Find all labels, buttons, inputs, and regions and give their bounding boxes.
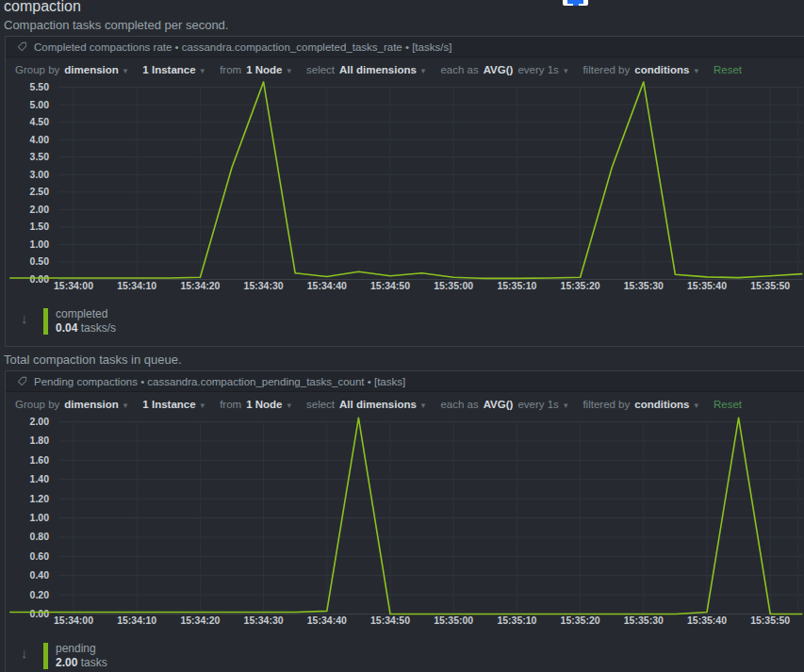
select-label: select [306,64,335,75]
svg-text:0.50: 0.50 [30,255,50,267]
svg-text:15:35:50: 15:35:50 [750,615,790,626]
svg-text:5.00: 5.00 [30,99,50,110]
chart-1-subtitle: Compaction tasks completed per second. [4,18,228,32]
chart-2-legend: ↓ pending 2.00 tasks [6,638,804,672]
group-by-label: Group by [15,399,59,410]
aggregation-dropdown[interactable]: each as AVG() every 1s ▾ [440,64,567,75]
svg-text:15:34:00: 15:34:00 [54,615,93,626]
svg-text:1.20: 1.20 [30,493,50,504]
filter-dropdown[interactable]: filtered by conditions ▾ [582,64,698,75]
svg-text:2.00: 2.00 [30,416,50,427]
svg-text:15:34:50: 15:34:50 [370,615,410,626]
reset-button[interactable]: Reset [714,64,742,75]
chevron-down-icon: ▾ [421,400,426,410]
svg-text:15:35:00: 15:35:00 [434,615,473,626]
svg-text:0.40: 0.40 [30,569,50,581]
svg-text:5.50: 5.50 [30,81,50,92]
svg-text:15:34:40: 15:34:40 [307,280,347,291]
dimensions-value: All dimensions [339,399,417,410]
chevron-down-icon: ▾ [201,400,205,410]
page-title: compaction [4,0,81,15]
conditions-value: conditions [634,64,689,75]
node-value: 1 Node [246,64,282,75]
svg-text:15:35:10: 15:35:10 [497,280,536,291]
filter-dropdown[interactable]: filtered by conditions ▾ [582,399,698,410]
chevron-down-icon: ▾ [287,65,291,75]
conditions-value: conditions [634,399,689,410]
tag-icon [17,376,27,386]
dimensions-dropdown[interactable]: select All dimensions ▾ [306,64,425,75]
chart-2-titlebar: Pending compactions • cassandra.compacti… [6,371,804,392]
cutoff-dialog-fragment [563,0,588,6]
svg-text:15:34:40: 15:34:40 [307,615,347,626]
tag-icon [17,41,27,52]
instance-dropdown[interactable]: 1 Instance ▾ [142,64,205,75]
svg-text:15:35:00: 15:35:00 [434,280,473,291]
chevron-down-icon: ▾ [564,65,568,75]
svg-text:15:34:20: 15:34:20 [180,615,220,626]
dimensions-dropdown[interactable]: select All dimensions ▾ [306,399,425,410]
legend-color-swatch [43,643,48,669]
svg-text:15:34:20: 15:34:20 [180,280,220,291]
node-dropdown[interactable]: from 1 Node ▾ [220,399,291,410]
svg-text:2.00: 2.00 [30,204,50,215]
legend-dimension-name: completed [56,307,116,321]
legend-dimension-unit: tasks/s [81,321,116,335]
svg-text:1.00: 1.00 [30,512,50,523]
pending-tasks-chart[interactable]: 0.000.200.400.600.801.001.201.401.601.80… [6,416,803,631]
legend-dimension-value: 2.00 [56,656,77,669]
svg-text:15:35:30: 15:35:30 [624,280,664,291]
svg-text:15:35:50: 15:35:50 [750,280,790,291]
every-label: every 1s [517,399,558,410]
legend-dimension[interactable]: pending 2.00 tasks [56,642,107,670]
svg-text:15:35:40: 15:35:40 [687,280,727,291]
from-label: from [220,64,241,75]
legend-dimension[interactable]: completed 0.04 tasks/s [56,307,116,336]
select-label: select [306,399,335,410]
chevron-down-icon: ▾ [201,65,205,75]
sort-arrow-icon[interactable]: ↓ [21,645,28,661]
svg-text:0.00: 0.00 [30,273,50,285]
reset-button[interactable]: Reset [714,399,742,410]
svg-text:15:34:30: 15:34:30 [244,615,284,626]
aggregation-value: AVG() [484,64,514,75]
filtered-by-label: filtered by [582,64,630,75]
chart-2-subtitle: Total compaction tasks in queue. [4,352,182,367]
svg-text:1.00: 1.00 [30,238,50,250]
svg-text:15:34:50: 15:34:50 [370,280,410,291]
svg-text:15:34:10: 15:34:10 [117,280,156,291]
chart-1-legend: ↓ completed 0.04 tasks/s [6,303,804,347]
dashboard-screen: compaction Compaction tasks completed pe… [0,0,804,672]
svg-text:1.60: 1.60 [30,454,50,466]
group-by-label: Group by [15,64,59,75]
svg-text:0.60: 0.60 [30,550,50,562]
chart-1-titlebar: Completed compactions rate • cassandra.c… [6,37,804,57]
completed-tasks-chart[interactable]: 0.000.501.001.502.002.503.003.504.004.50… [6,81,803,296]
group-by-dropdown[interactable]: Group by dimension ▾ [15,64,127,75]
aggregation-value: AVG() [484,399,514,410]
legend-color-swatch [43,308,48,335]
svg-text:15:35:30: 15:35:30 [624,615,664,626]
sort-arrow-icon[interactable]: ↓ [21,310,28,326]
dimensions-value: All dimensions [339,64,417,75]
chevron-down-icon: ▾ [123,400,128,410]
chevron-down-icon: ▾ [694,65,698,75]
chevron-down-icon: ▾ [564,400,568,410]
chevron-down-icon: ▾ [123,65,128,75]
node-dropdown[interactable]: from 1 Node ▾ [220,64,291,75]
svg-text:0.80: 0.80 [30,531,50,542]
svg-text:15:35:20: 15:35:20 [561,615,600,626]
chart-2-toolbar: Group by dimension ▾ 1 Instance ▾ from 1… [6,393,804,416]
group-by-dropdown[interactable]: Group by dimension ▾ [15,399,127,410]
svg-text:1.50: 1.50 [30,221,50,232]
svg-text:4.50: 4.50 [30,116,50,127]
each-as-label: each as [440,399,478,410]
chevron-down-icon: ▾ [694,400,698,410]
each-as-label: each as [440,64,478,75]
svg-text:15:34:00: 15:34:00 [54,280,93,291]
instance-dropdown[interactable]: 1 Instance ▾ [142,399,205,410]
svg-text:3.00: 3.00 [30,169,50,180]
svg-text:2.50: 2.50 [30,186,50,197]
instance-value: 1 Instance [142,64,195,75]
aggregation-dropdown[interactable]: each as AVG() every 1s ▾ [440,399,567,410]
